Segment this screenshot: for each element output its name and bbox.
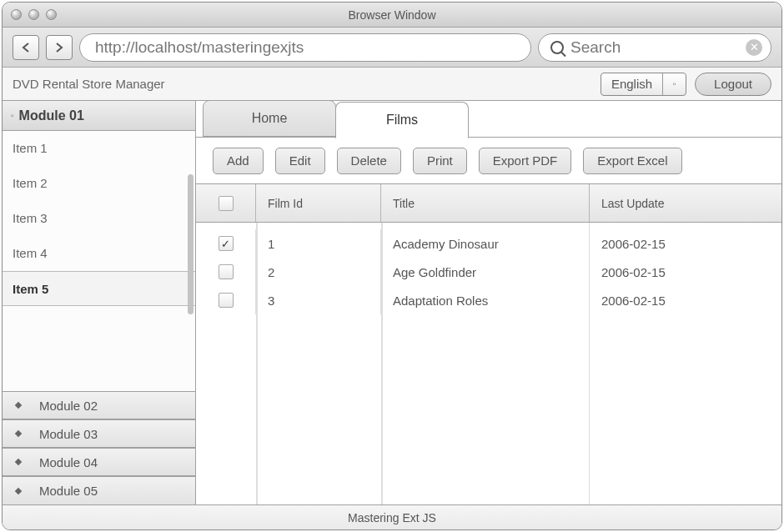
language-select[interactable]: English ▫	[601, 73, 686, 96]
module-03-title: Module 03	[39, 427, 98, 441]
table-row[interactable]: 2Age Goldfinder2006-02-15	[196, 258, 781, 286]
clear-search-icon[interactable]: ✕	[746, 39, 762, 56]
films-grid: Film Id Title Last Update ✓1Academy Dino…	[196, 184, 781, 504]
edit-button[interactable]: Edit	[275, 148, 325, 174]
cell-title: Age Goldfinder	[381, 258, 590, 286]
expand-icon	[15, 487, 22, 494]
table-row[interactable]: 3Adaptation Roles2006-02-15	[196, 286, 781, 314]
footer-text: Mastering Ext JS	[348, 511, 436, 524]
sidebar-module-02-header[interactable]: Module 02	[3, 391, 195, 419]
delete-button[interactable]: Delete	[337, 148, 401, 174]
cell-film-id: 2	[256, 258, 381, 286]
tab-home[interactable]: Home	[203, 101, 336, 137]
app-header: DVD Rental Store Manager English ▫ Logou…	[3, 68, 781, 101]
table-row[interactable]: ✓1Academy Dinosaur2006-02-15	[196, 229, 781, 258]
add-button[interactable]: Add	[213, 148, 264, 174]
module-02-title: Module 02	[39, 399, 98, 413]
cell-film-id: 3	[256, 286, 381, 314]
search-icon	[550, 41, 564, 54]
chevron-right-icon	[55, 43, 63, 53]
collapse-icon: ▫	[11, 111, 14, 120]
row-checkbox[interactable]	[219, 264, 234, 279]
row-checkbox[interactable]: ✓	[219, 236, 234, 251]
header-last-update[interactable]: Last Update	[590, 184, 781, 222]
print-button[interactable]: Print	[413, 148, 467, 174]
row-checkbox-cell	[196, 258, 256, 286]
header-title[interactable]: Title	[381, 184, 590, 222]
chevron-left-icon	[22, 43, 30, 53]
cell-last-update: 2006-02-15	[590, 229, 781, 258]
cell-last-update: 2006-02-15	[590, 286, 781, 314]
tab-strip: Home Films	[196, 101, 781, 138]
row-checkbox-cell: ✓	[196, 229, 256, 258]
sidebar-scrollbar[interactable]	[188, 174, 193, 314]
forward-button[interactable]	[46, 35, 73, 60]
cell-title: Adaptation Roles	[381, 286, 590, 314]
expand-icon	[15, 430, 22, 437]
grid-body: ✓1Academy Dinosaur2006-02-152Age Goldfin…	[196, 223, 781, 504]
logout-label: Logout	[714, 77, 752, 91]
language-label: English	[601, 77, 662, 91]
export-pdf-button[interactable]: Export PDF	[479, 148, 572, 174]
row-checkbox[interactable]	[219, 293, 234, 308]
expand-icon	[15, 459, 22, 465]
sidebar-module-01-items: Item 1 Item 2 Item 3 Item 4 Item 5	[3, 131, 195, 391]
cell-title: Academy Dinosaur	[381, 229, 590, 258]
grid-toolbar: Add Edit Delete Print Export PDF Export …	[196, 138, 781, 184]
url-text: http://localhost/masteringexjts	[95, 38, 304, 57]
sidebar: ▫ Module 01 Item 1 Item 2 Item 3 Item 4 …	[3, 101, 196, 504]
browser-window: Browser Window http://localhost/masterin…	[2, 2, 782, 530]
export-excel-button[interactable]: Export Excel	[583, 148, 681, 174]
app-title: DVD Rental Store Manager	[13, 77, 165, 91]
sidebar-item-3[interactable]: Item 3	[3, 201, 195, 236]
module-04-title: Module 04	[39, 455, 98, 469]
main-area: ▫ Module 01 Item 1 Item 2 Item 3 Item 4 …	[3, 101, 781, 504]
sidebar-item-2[interactable]: Item 2	[3, 166, 195, 201]
logout-button[interactable]: Logout	[695, 73, 771, 96]
traffic-lights	[11, 9, 57, 20]
chevron-down-icon: ▫	[662, 73, 686, 95]
tab-films[interactable]: Films	[335, 102, 469, 138]
url-input[interactable]: http://localhost/masteringexjts	[79, 33, 531, 62]
header-film-id[interactable]: Film Id	[256, 184, 381, 222]
minimize-window-icon[interactable]	[28, 9, 39, 20]
sidebar-item-5[interactable]: Item 5	[3, 271, 195, 306]
sidebar-module-03-header[interactable]: Module 03	[3, 419, 195, 448]
titlebar: Browser Window	[3, 3, 781, 28]
sidebar-module-05-header[interactable]: Module 05	[3, 476, 195, 504]
zoom-window-icon[interactable]	[46, 9, 57, 20]
sidebar-item-1[interactable]: Item 1	[3, 131, 195, 166]
sidebar-item-4[interactable]: Item 4	[3, 236, 195, 271]
browser-toolbar: http://localhost/masteringexjts Search ✕	[3, 28, 781, 68]
content-area: Home Films Add Edit Delete Print Export …	[196, 101, 781, 504]
close-window-icon[interactable]	[11, 9, 22, 20]
cell-last-update: 2006-02-15	[590, 258, 781, 286]
module-01-title: Module 01	[19, 108, 84, 123]
select-all-checkbox[interactable]	[219, 196, 234, 211]
cell-film-id: 1	[256, 229, 381, 258]
window-title: Browser Window	[348, 8, 435, 22]
expand-icon	[15, 402, 22, 409]
header-checkbox-cell	[196, 184, 256, 222]
grid-header: Film Id Title Last Update	[196, 184, 781, 223]
search-input[interactable]: Search ✕	[538, 33, 771, 62]
sidebar-module-04-header[interactable]: Module 04	[3, 448, 195, 476]
footer: Mastering Ext JS	[3, 504, 781, 529]
row-checkbox-cell	[196, 286, 256, 314]
module-05-title: Module 05	[39, 484, 98, 498]
search-placeholder: Search	[570, 38, 739, 57]
back-button[interactable]	[13, 35, 39, 60]
sidebar-module-01-header[interactable]: ▫ Module 01	[3, 101, 195, 131]
